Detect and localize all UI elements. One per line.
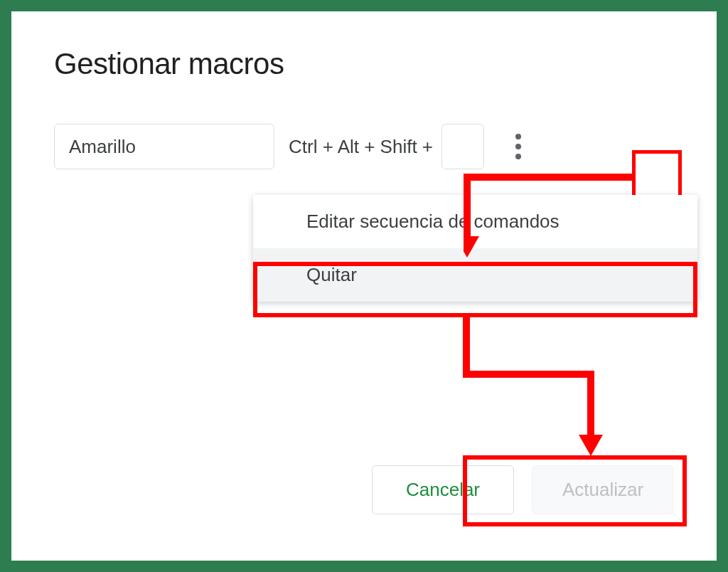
svg-marker-1 xyxy=(579,435,603,456)
dialog-title: Gestionar macros xyxy=(54,47,674,81)
shortcut-key-input[interactable] xyxy=(441,124,484,169)
shortcut-section: Ctrl + Alt + Shift + xyxy=(289,124,484,169)
manage-macros-dialog: Gestionar macros Ctrl + Alt + Shift + Ed… xyxy=(11,11,717,561)
update-button[interactable]: Actualizar xyxy=(532,465,674,514)
edit-script-menu-item[interactable]: Editar secuencia de comandos xyxy=(253,195,697,248)
remove-menu-item[interactable]: Quitar xyxy=(253,248,697,302)
more-vertical-icon xyxy=(515,134,521,159)
macro-options-menu: Editar secuencia de comandos Quitar xyxy=(253,195,697,302)
macro-row: Ctrl + Alt + Shift + xyxy=(54,124,674,169)
dialog-actions: Cancelar Actualizar xyxy=(372,465,674,514)
annotation-arrow-2 xyxy=(463,314,605,456)
shortcut-prefix-label: Ctrl + Alt + Shift + xyxy=(289,136,433,158)
cancel-button[interactable]: Cancelar xyxy=(372,465,514,514)
macro-name-input[interactable] xyxy=(54,124,274,169)
more-options-button[interactable] xyxy=(498,127,538,166)
